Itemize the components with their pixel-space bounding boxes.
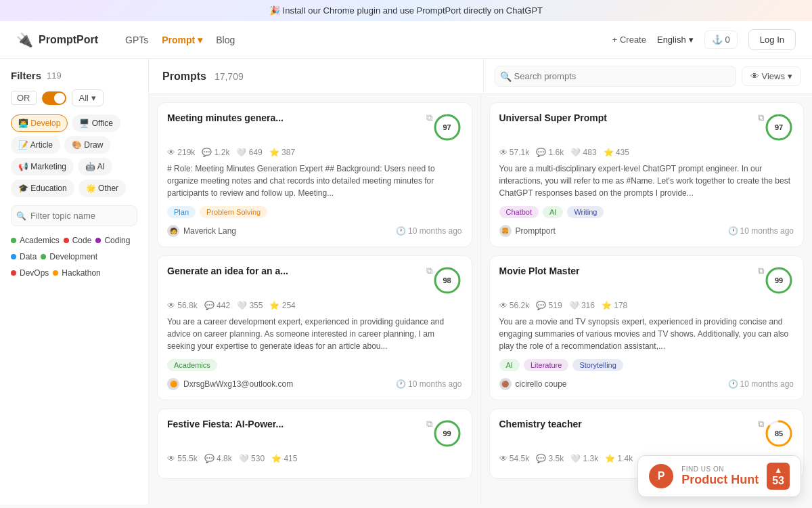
create-button[interactable]: + Create — [612, 35, 646, 45]
topic-tags: AcademicsCodeCodingDataDevelopmentDevOps… — [11, 234, 137, 279]
logo-text: PromptPort — [39, 34, 98, 46]
card-title: Universal Super Prompt — [499, 112, 753, 123]
score-gauge: 97 — [432, 112, 462, 142]
login-button[interactable]: Log In — [748, 29, 796, 50]
prompt-card[interactable]: Meeting minutes genera... ⧉ 97 👁 219k 💬 … — [157, 102, 472, 247]
card-stats: 👁 56.2k 💬 519 🤍 316 ⭐ 178 — [499, 301, 794, 310]
topic-tag-hackathon[interactable]: Hackathon — [53, 267, 100, 279]
views-button[interactable]: 👁 Views ▾ — [742, 66, 801, 86]
all-select[interactable]: All ▾ — [72, 89, 104, 106]
card-tag[interactable]: Plan — [167, 206, 196, 218]
copy-icon[interactable]: ⧉ — [426, 266, 432, 276]
card-title: Festive Fiesta: AI-Power... — [167, 419, 421, 429]
copy-icon[interactable]: ⧉ — [758, 112, 764, 123]
card-tag[interactable]: Storytelling — [572, 359, 623, 371]
copy-icon[interactable]: ⧉ — [758, 419, 764, 429]
search-input[interactable] — [495, 66, 736, 87]
card-tag[interactable]: Writing — [567, 206, 604, 218]
topic-tag-data[interactable]: Data — [11, 251, 37, 263]
card-footer: 🟤 cicirello coupe 🕐 10 months ago — [499, 378, 794, 390]
stat-views: 👁 55.5k — [167, 454, 198, 463]
stat-stars: ⭐ 254 — [269, 301, 295, 310]
stat-views: 👁 57.1k — [499, 148, 530, 157]
stat-stars: ⭐ 435 — [604, 148, 629, 157]
prompt-card[interactable]: Festive Fiesta: AI-Power... ⧉ 99 👁 55.5k… — [157, 408, 472, 479]
card-tag[interactable]: AI — [543, 206, 563, 218]
topic-tag-development[interactable]: Development — [41, 251, 97, 263]
prompts-grid: Meeting minutes genera... ⧉ 97 👁 219k 💬 … — [149, 94, 812, 505]
nav-prompt[interactable]: Prompt ▾ — [162, 35, 202, 45]
stat-stars: ⭐ 415 — [271, 454, 297, 463]
language-selector[interactable]: English ▾ — [657, 35, 694, 45]
logo[interactable]: 🔌 PromptPort — [16, 32, 98, 48]
card-description: You are a career development expert, exp… — [167, 316, 462, 352]
chevron-down-icon: ▾ — [689, 35, 694, 45]
copy-icon[interactable]: ⧉ — [758, 266, 764, 276]
card-tag[interactable]: Problem Solving — [200, 206, 267, 218]
category-tag-article[interactable]: 📝 Article — [11, 136, 60, 154]
product-hunt-count: ▲ 53 — [767, 463, 790, 490]
prompts-count: 17,709 — [215, 71, 244, 82]
prompt-card[interactable]: Generate an idea for an a... ⧉ 98 👁 56.8… — [157, 255, 472, 400]
filter-logic: OR All ▾ — [11, 89, 137, 106]
category-tag-other[interactable]: 🌟 Other — [78, 179, 126, 197]
author-name: Promptport — [516, 226, 556, 236]
stat-comments: 💬 4.8k — [204, 454, 232, 463]
product-hunt-name: Product Hunt — [681, 473, 759, 487]
category-tag-marketing[interactable]: 📢 Marketing — [11, 158, 74, 175]
search-icon: 🔍 — [16, 211, 26, 221]
filter-topic-input[interactable] — [11, 205, 137, 226]
card-tag[interactable]: Literature — [524, 359, 568, 371]
upvote-icon: ▲ — [774, 465, 782, 475]
category-tag-office[interactable]: 🖥️ Office — [72, 114, 120, 132]
logo-icon: 🔌 — [16, 32, 33, 48]
prompts-header: Prompts 17,709 — [149, 62, 483, 91]
stat-views: 👁 219k — [167, 148, 195, 157]
card-footer: 🍔 Promptport 🕐 10 months ago — [499, 225, 794, 237]
card-stats: 👁 219k 💬 1.2k 🤍 649 ⭐ 387 — [167, 148, 462, 157]
prompt-card[interactable]: Universal Super Prompt ⧉ 97 👁 57.1k 💬 1.… — [489, 102, 805, 247]
bookmark-button[interactable]: ⚓ 0 — [704, 30, 738, 49]
card-description: # Role: Meeting Minutes Generation Exper… — [167, 163, 462, 199]
prompt-card[interactable]: Movie Plot Master ⧉ 99 👁 56.2k 💬 519 🤍 3… — [489, 255, 805, 400]
stat-likes: 🤍 355 — [237, 301, 263, 310]
topic-tag-academics[interactable]: Academics — [11, 234, 60, 247]
copy-icon[interactable]: ⧉ — [426, 112, 432, 123]
category-tag-ai[interactable]: 🤖 AI — [78, 158, 112, 175]
main-layout: Filters 119 OR All ▾ 👨‍💻 Develop🖥️ Offic… — [0, 59, 812, 505]
category-tag-develop[interactable]: 👨‍💻 Develop — [11, 114, 68, 132]
stat-comments: 💬 1.6k — [536, 148, 564, 157]
topic-tag-coding[interactable]: Coding — [95, 234, 130, 247]
filters-count: 119 — [47, 70, 62, 81]
card-tag[interactable]: AI — [499, 359, 520, 371]
product-hunt-banner[interactable]: P FIND US ON Product Hunt ▲ 53 — [637, 455, 801, 497]
filters-header: Filters 119 — [11, 70, 137, 81]
header-right: + Create English ▾ ⚓ 0 Log In — [612, 29, 796, 50]
card-description: You are a movie and TV synopsis expert, … — [499, 316, 794, 352]
nav-gpts[interactable]: GPTs — [125, 35, 148, 45]
card-title: Chemistry teacher — [499, 419, 753, 429]
copy-icon[interactable]: ⧉ — [426, 419, 432, 429]
category-tag-draw[interactable]: 🎨 Draw — [64, 136, 110, 154]
bookmark-icon: ⚓ — [712, 35, 723, 45]
category-tag-education[interactable]: 🎓 Education — [11, 179, 74, 197]
card-time: 🕐 10 months ago — [396, 379, 461, 389]
filters-title: Filters — [11, 70, 41, 81]
right-prompts-column: Universal Super Prompt ⧉ 97 👁 57.1k 💬 1.… — [481, 94, 813, 505]
stat-stars: ⭐ 387 — [269, 148, 295, 157]
prompts-title: Prompts — [162, 70, 206, 83]
banner-text: 🎉 Install our Chrome plugin and use Prom… — [269, 5, 543, 16]
card-author: 🍔 Promptport — [499, 225, 556, 237]
card-tag[interactable]: Chatbot — [499, 206, 539, 218]
score-gauge: 97 — [764, 112, 794, 142]
topic-tag-code[interactable]: Code — [64, 234, 92, 247]
logic-toggle[interactable] — [42, 91, 66, 105]
card-tags: Academics — [167, 359, 462, 371]
topic-tag-devops[interactable]: DevOps — [11, 267, 49, 279]
nav-blog[interactable]: Blog — [216, 35, 235, 45]
card-tag[interactable]: Academics — [167, 359, 217, 371]
right-search-bar: 🔍 👁 Views ▾ — [483, 59, 813, 93]
product-hunt-find: FIND US ON — [681, 465, 759, 473]
card-author: 🧑 Maverick Lang — [167, 225, 236, 237]
sidebar: Filters 119 OR All ▾ 👨‍💻 Develop🖥️ Offic… — [0, 59, 149, 505]
